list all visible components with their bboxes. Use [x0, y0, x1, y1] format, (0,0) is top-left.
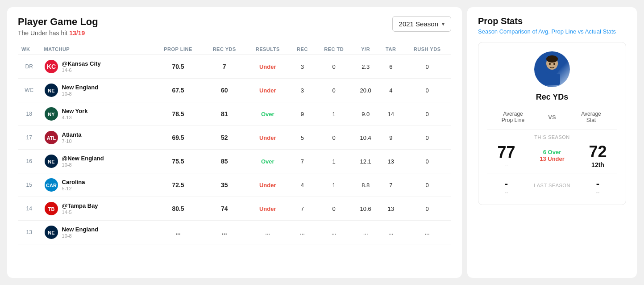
col-header-matchup: MATCHUP [41, 44, 154, 55]
rec-td-cell: 1 [315, 102, 353, 126]
svg-point-20 [549, 63, 551, 65]
week-cell: 15 [18, 173, 41, 197]
yr-cell: 10.4 [353, 126, 378, 150]
prop-line-dash: -- [487, 162, 525, 168]
svg-point-21 [553, 63, 555, 65]
table-row[interactable]: 16 NE @New England 10-8 75.5 85 Over 7 1… [18, 150, 451, 173]
this-season-section: THIS SEASON 77 -- 6 Over 13 Under 72 12t… [487, 134, 617, 168]
matchup-text: Atlanta 7-10 [62, 131, 82, 144]
week-cell: 14 [18, 197, 41, 221]
prop-line-cell: 75.5 [153, 150, 203, 173]
prop-line-block: 77 -- [487, 143, 525, 168]
tar-cell: 4 [378, 79, 403, 102]
svg-text:NY: NY [48, 112, 55, 117]
last-stat-dash: - [579, 178, 617, 189]
prop-line-cell: 70.5 [153, 55, 203, 79]
team-name: Atlanta [62, 131, 82, 138]
table-row[interactable]: DR KC @Kansas City 14-6 70.5 7 Under 3 0… [18, 55, 451, 79]
stat-type-label: Rec YDs [536, 92, 569, 102]
prop-line-cell: 78.5 [153, 102, 203, 126]
vs-label: VS [539, 114, 565, 121]
col-header-rectd: REC TD [315, 44, 353, 55]
table-row[interactable]: 17 ATL Atlanta 7-10 69.5 52 Under 5 0 10… [18, 126, 451, 150]
this-season-label: THIS SEASON [487, 134, 617, 140]
team-name: New England [62, 226, 99, 233]
prop-line-cell: 69.5 [153, 126, 203, 150]
svg-rect-19 [544, 74, 560, 85]
svg-text:NE: NE [48, 230, 54, 235]
rush-yds-cell: 0 [403, 126, 451, 150]
last-season-section: - -- LAST SEASON - -- [487, 178, 617, 196]
result-cell: Under [246, 173, 290, 197]
prop-line-cell: 67.5 [153, 79, 203, 102]
table-row[interactable]: 14 TB @Tampa Bay 14-5 80.5 74 Under 7 0 … [18, 197, 451, 221]
game-log-table-wrapper[interactable]: WK MATCHUP PROP LINE REC YDS RESULTS REC… [18, 44, 451, 244]
matchup-cell: KC @Kansas City 14-6 [41, 55, 154, 79]
rush-yds-cell: 0 [403, 197, 451, 221]
under-hit-value: 13/19 [69, 29, 85, 37]
rec-td-cell: ... [315, 221, 353, 244]
week-cell: 17 [18, 126, 41, 150]
prop-stats-title: Prop Stats [478, 16, 626, 26]
col-header-tar: TAR [378, 44, 403, 55]
tar-cell: 14 [378, 102, 403, 126]
prop-line-cell: ... [153, 221, 203, 244]
matchup-cell: ATL Atlanta 7-10 [41, 126, 154, 150]
rec-cell: 7 [290, 150, 315, 173]
table-row[interactable]: WC NE New England 10-8 67.5 60 Under 3 0… [18, 79, 451, 102]
table-row[interactable]: 15 CAR Carolina 5-12 72.5 35 Under 4 1 8… [18, 173, 451, 197]
rush-yds-cell: 0 [403, 55, 451, 79]
team-logo: CAR [44, 178, 58, 192]
result-cell: Over [246, 102, 290, 126]
rec-yds-cell: 81 [203, 102, 246, 126]
player-avatar [534, 51, 570, 87]
rec-cell: 4 [290, 173, 315, 197]
left-header: Player Game Log The Under has hit 13/19 … [18, 16, 451, 37]
matchup-cell: CAR Carolina 5-12 [41, 173, 154, 197]
table-row[interactable]: 18 NY New York 4-13 78.5 81 Over 9 1 9.0… [18, 102, 451, 126]
matchup-text: @Kansas City 14-6 [62, 60, 101, 73]
prop-line-cell: 72.5 [153, 173, 203, 197]
team-logo: NE [44, 225, 58, 239]
avg-stat-rank: 12th [579, 161, 617, 168]
tar-cell: 13 [378, 150, 403, 173]
rec-td-cell: 0 [315, 197, 353, 221]
rec-cell: 9 [290, 102, 315, 126]
tar-cell: ... [378, 221, 403, 244]
team-name: @Tampa Bay [62, 202, 98, 209]
player-game-log-panel: Player Game Log The Under has hit 13/19 … [7, 7, 462, 278]
last-stat-block: - -- [579, 178, 617, 196]
rec-yds-cell: 35 [203, 173, 246, 197]
rec-cell: 7 [290, 197, 315, 221]
team-logo: ATL [44, 130, 58, 145]
yr-cell: 12.1 [353, 150, 378, 173]
last-season-values: - -- LAST SEASON - -- [487, 178, 617, 196]
team-name: Carolina [62, 179, 85, 185]
table-row[interactable]: 13 NE New England 10-8 ... ... ... ... .… [18, 221, 451, 244]
team-record: 14-6 [62, 67, 101, 73]
avg-stat-block: 72 12th [579, 142, 617, 168]
week-cell: WC [18, 79, 41, 102]
avg-stat-value: 72 [579, 142, 617, 161]
comparison-headers: Average Prop Line VS Average Stat [487, 111, 617, 123]
season-dropdown[interactable]: 2021 Season ▾ [392, 16, 451, 32]
rec-yds-cell: 52 [203, 126, 246, 150]
svg-text:NE: NE [48, 159, 54, 164]
week-cell: DR [18, 55, 41, 79]
rec-td-cell: 0 [315, 55, 353, 79]
team-record: 4-13 [62, 115, 88, 120]
season-label: 2021 Season [399, 20, 438, 28]
result-cell: Under [246, 79, 290, 102]
svg-text:ATL: ATL [46, 135, 56, 141]
rush-yds-cell: 0 [403, 102, 451, 126]
result-cell: ... [246, 221, 290, 244]
team-record: 10-8 [62, 91, 99, 96]
yr-cell: 2.3 [353, 55, 378, 79]
rec-td-cell: 1 [315, 150, 353, 173]
matchup-text: New England 10-8 [62, 84, 99, 96]
col-header-yr: Y/R [353, 44, 378, 55]
over-under-block: 6 Over 13 Under [525, 149, 579, 162]
chevron-down-icon: ▾ [442, 21, 445, 27]
team-record: 10-8 [62, 162, 104, 168]
week-cell: 16 [18, 150, 41, 173]
